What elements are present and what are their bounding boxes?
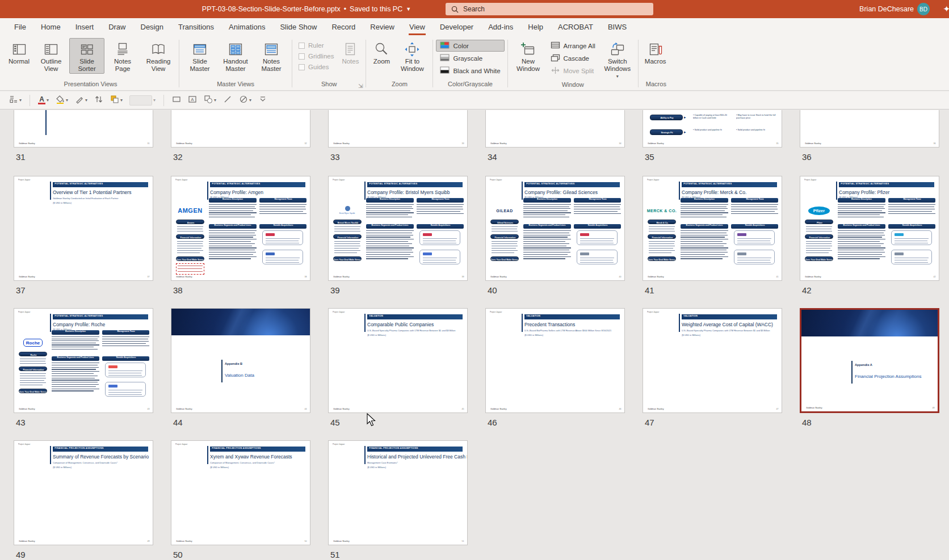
tab-file[interactable]: File (7, 18, 33, 36)
document-title[interactable]: PPT-03-08-Section-Slide-Sorter-Before.pp… (136, 0, 477, 18)
textbox-tool-button[interactable]: A (186, 93, 199, 108)
slide-thumbnail-41[interactable]: Project JaguarPOTENTIAL STRATEGIC ALTERN… (643, 176, 782, 281)
tab-draw[interactable]: Draw (101, 18, 133, 36)
title-separator: • (344, 5, 346, 13)
slide-thumbnail-47[interactable]: Project JaguarVALUATIONWeighted Average … (643, 308, 782, 413)
slide-thumbnail-34[interactable]: Goldman Stanley34 (485, 110, 625, 148)
more-tools-button[interactable] (256, 93, 270, 108)
tab-record[interactable]: Record (324, 18, 363, 36)
user-name[interactable]: Brian DeChesare (859, 0, 914, 18)
project-label: Project Jaguar (333, 311, 345, 313)
ribbon-button-reading-view[interactable]: Reading View (141, 38, 176, 74)
slide-thumbnail-48[interactable]: Appendix AFinancial Projection Assumptio… (800, 308, 939, 413)
outline-indent-button[interactable]: ▾ (7, 93, 24, 108)
more-tools-icon (258, 95, 267, 106)
ribbon-button-arrange-all[interactable]: Arrange All (547, 40, 599, 52)
outline-view-icon (43, 41, 60, 58)
ribbon-button-color[interactable]: Color (436, 40, 504, 52)
tab-add-ins[interactable]: Add-ins (481, 18, 520, 36)
pill-ability-to-pay: Ability to Pay (650, 115, 683, 120)
slide-thumbnail-44[interactable]: Appendix BValuation DataGoldman Stanley4… (171, 308, 310, 413)
format-shape-button[interactable]: ▾ (73, 93, 90, 108)
tab-acrobat[interactable]: ACROBAT (551, 18, 601, 36)
slide-sorter-area[interactable]: Goldman Stanley3131Goldman Stanley3232Go… (0, 110, 949, 560)
checkbox-box-guides (299, 64, 305, 70)
slide-cell-51: Project JaguarFINANCIAL PROJECTION ASSUM… (328, 440, 469, 545)
shape-order-button[interactable]: ▾ (108, 93, 125, 108)
slide-thumbnail-39[interactable]: Project JaguarPOTENTIAL STRATEGIC ALTERN… (328, 176, 468, 281)
acquisition-box (419, 230, 460, 245)
sort-order-icon (94, 95, 103, 106)
ribbon-button-slide-sorter[interactable]: Slide Sorter (69, 38, 104, 74)
pill-merck-co: Merck & Co. (648, 220, 676, 224)
ribbon-button-notes-page[interactable]: Notes Page (105, 38, 140, 74)
switch-windows-icon (609, 41, 626, 58)
fill-color-button[interactable]: ▾ (53, 93, 70, 108)
tab-review[interactable]: Review (363, 18, 402, 36)
search-input[interactable]: Search (446, 3, 653, 15)
ribbon-button-fit-to-window[interactable]: Fit to Window (394, 38, 430, 74)
ribbon-button-grayscale[interactable]: Grayscale (436, 52, 504, 64)
designer-icon[interactable]: ✦ (943, 4, 949, 14)
slide-thumbnail-43[interactable]: Project JaguarPOTENTIAL STRATEGIC ALTERN… (14, 308, 153, 413)
slide-thumbnail-42[interactable]: Project JaguarPOTENTIAL STRATEGIC ALTERN… (800, 176, 939, 281)
slide-thumbnail-32[interactable]: Goldman Stanley32 (171, 110, 310, 148)
slide-thumbnail-36[interactable]: Goldman Stanley36 (800, 110, 939, 148)
slide-thumbnail-50[interactable]: Project JaguarFINANCIAL PROJECTION ASSUM… (171, 440, 310, 545)
group-divider (432, 40, 433, 87)
search-placeholder: Search (463, 5, 485, 13)
title-dropdown-icon[interactable]: ▼ (406, 6, 411, 12)
ribbon-button-slide-master[interactable]: Slide Master (182, 38, 217, 74)
slide-thumbnail-38[interactable]: Project JaguarPOTENTIAL STRATEGIC ALTERN… (171, 176, 310, 281)
ribbon-button-cascade[interactable]: Cascade (547, 52, 599, 64)
tab-transitions[interactable]: Transitions (171, 18, 221, 36)
font-color-button[interactable]: A▾ (36, 95, 51, 106)
dialog-launcher-icon[interactable]: ⇲ (358, 83, 363, 89)
grayscale-icon (440, 54, 450, 62)
ribbon-button-normal[interactable]: Normal (5, 38, 33, 66)
ribbon-button-new-window[interactable]: New Window (511, 38, 546, 74)
ribbon-button-move-split: Move Split (547, 65, 599, 77)
ribbon-button-switch-windows[interactable]: Switch Windows ▾ (600, 38, 635, 81)
sort-order-button[interactable] (92, 93, 106, 108)
ribbon-button-outline-view[interactable]: Outline View (33, 38, 69, 74)
macros-icon (647, 41, 664, 58)
ribbon-button-macros[interactable]: Macros (641, 38, 670, 66)
slide-thumbnail-35[interactable]: Ability to Pay▸▪ Capable of paying at le… (643, 110, 782, 148)
rectangle-tool-button[interactable] (170, 93, 183, 108)
slide-thumbnail-46[interactable]: Project JaguarVALUATIONPrecedent Transac… (485, 308, 625, 413)
no-outline-tool-button[interactable]: ▾ (237, 93, 254, 108)
dropdown-caret: ▾ (47, 98, 49, 103)
avatar[interactable]: BD (917, 3, 930, 15)
slide-number-35: 35 (645, 152, 654, 162)
tab-home[interactable]: Home (33, 18, 68, 36)
slide-thumbnail-49[interactable]: Project JaguarFINANCIAL PROJECTION ASSUM… (14, 440, 153, 545)
ribbon: NormalOutline ViewSlide SorterNotes Page… (0, 36, 949, 91)
ribbon-button-notes-master[interactable]: Notes Master (254, 38, 289, 74)
ribbon-button-zoom[interactable]: Zoom (369, 38, 394, 66)
slide-page-number: 40 (619, 276, 622, 278)
tab-insert[interactable]: Insert (68, 18, 102, 36)
tab-slide-show[interactable]: Slide Show (272, 18, 324, 36)
tab-help[interactable]: Help (520, 18, 551, 36)
pill-bullet: ▪ Solid product and pipeline fit (736, 129, 776, 133)
slide-subtitle: ($ USD in Millions) (53, 466, 72, 469)
tab-biws[interactable]: BIWS (601, 18, 634, 36)
tab-developer[interactable]: Developer (432, 18, 481, 36)
tab-design[interactable]: Design (133, 18, 171, 36)
slide-thumbnail-45[interactable]: Project JaguarVALUATIONComparable Public… (328, 308, 468, 413)
acquisition-logo (108, 365, 117, 368)
ribbon-button-black-and-white[interactable]: Black and White (436, 65, 504, 77)
slide-thumbnail-37[interactable]: Project JaguarPOTENTIAL STRATEGIC ALTERN… (14, 176, 153, 281)
slide-thumbnail-51[interactable]: Project JaguarFINANCIAL PROJECTION ASSUM… (328, 440, 468, 545)
slide-thumbnail-40[interactable]: Project JaguarPOTENTIAL STRATEGIC ALTERN… (485, 176, 625, 281)
ribbon-button-handout-master[interactable]: Handout Master (218, 38, 253, 74)
acquisition-box (262, 230, 303, 245)
tab-animations[interactable]: Animations (221, 18, 272, 36)
shapes-tool-button[interactable]: ▾ (201, 93, 219, 108)
slide-cell-34: Goldman Stanley3434 (485, 110, 626, 148)
tab-view[interactable]: View (402, 18, 432, 36)
slide-thumbnail-33[interactable]: Goldman Stanley33 (328, 110, 468, 148)
slide-thumbnail-31[interactable]: Goldman Stanley31 (14, 110, 153, 148)
line-tool-button[interactable] (221, 93, 234, 108)
